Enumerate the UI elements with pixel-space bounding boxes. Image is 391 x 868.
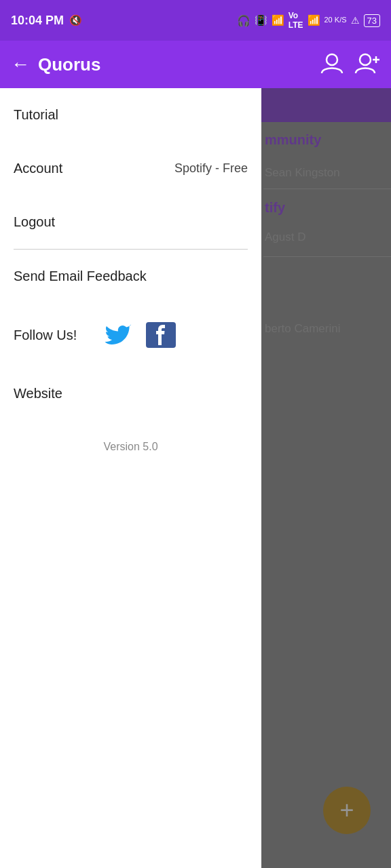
drawer-overlay[interactable] [261,88,391,868]
drawer-logout-item[interactable]: Logout [0,195,261,249]
profile-icon[interactable] [320,51,343,79]
main-area: s Library mmunity Sean Kingston tify Agu… [0,88,391,868]
status-bar: 10:04 PM 🔇 🎧 📳 📶 VoLTE 📶 20 K/S ⚠ 73 [0,0,391,41]
drawer-follow-row: Follow Us! [0,303,261,367]
wifi-icon: 📶 [272,14,284,26]
logout-label: Logout [14,214,55,230]
status-left: 10:04 PM 🔇 [11,14,82,28]
version-text: Version 5.0 [0,427,261,467]
svg-point-0 [327,54,337,65]
app-title: Quorus [38,54,320,75]
status-right: 🎧 📳 📶 VoLTE 📶 20 K/S ⚠ 73 [237,11,380,30]
drawer-tutorial-item[interactable]: Tutorial [0,88,261,142]
headphone-icon: 🎧 [237,14,250,27]
website-label: Website [14,386,62,401]
drawer-email-item[interactable]: Send Email Feedback [0,250,261,303]
battery-indicator: 73 [364,14,380,27]
twitter-button[interactable] [101,322,132,348]
mute-icon: 🔇 [69,14,82,26]
email-label: Send Email Feedback [14,269,147,284]
drawer-website-item[interactable]: Website [0,367,261,420]
tutorial-label: Tutorial [14,107,58,123]
lte-label: VoLTE [288,11,303,30]
network-speed: 20 K/S [324,16,347,24]
drawer: Tutorial Account Spotify - Free Logout S… [0,88,261,868]
alert-icon: ⚠ [351,15,360,26]
status-time: 10:04 PM [11,14,64,28]
account-label: Account [14,161,62,176]
header-icons [320,51,380,79]
account-value: Spotify - Free [174,161,248,176]
vibrate-icon: 📳 [255,14,267,26]
follow-label: Follow Us! [14,328,77,343]
back-button[interactable]: ← [11,54,30,75]
app-header: ← Quorus [0,41,391,88]
drawer-account-item[interactable]: Account Spotify - Free [0,142,261,195]
signal-icon: 📶 [308,14,320,26]
svg-point-1 [360,54,371,65]
add-person-icon[interactable] [354,51,380,79]
facebook-button[interactable] [146,322,176,348]
